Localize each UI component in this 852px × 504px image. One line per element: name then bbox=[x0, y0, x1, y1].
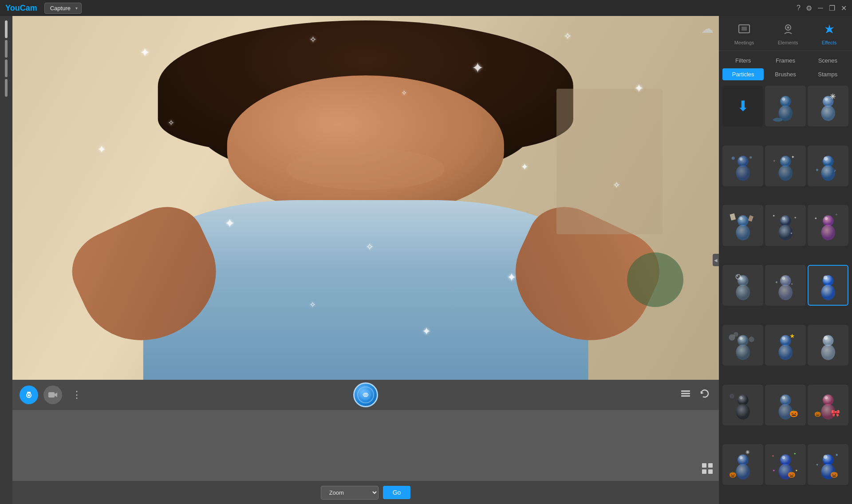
svg-point-31 bbox=[736, 165, 750, 181]
svg-point-113 bbox=[796, 470, 797, 472]
effect-item-20[interactable]: 🎃 bbox=[808, 444, 848, 485]
undo-button[interactable] bbox=[698, 388, 710, 402]
effect-item-18[interactable]: 🎃 bbox=[722, 444, 763, 485]
collapse-arrow-icon: ◀ bbox=[714, 258, 718, 263]
effect-item-9[interactable] bbox=[722, 265, 763, 306]
effect-item-2[interactable] bbox=[808, 86, 848, 126]
elements-label: Elements bbox=[778, 40, 798, 45]
svg-point-100 bbox=[738, 454, 749, 465]
tab-frames[interactable]: Frames bbox=[765, 55, 806, 67]
nav-item-elements[interactable]: Elements bbox=[773, 21, 803, 47]
effect-item-14[interactable] bbox=[808, 325, 848, 366]
capture-dropdown[interactable]: Capture ▾ bbox=[44, 3, 82, 14]
svg-point-53 bbox=[773, 215, 775, 217]
effect-item-5[interactable]: ♪ bbox=[808, 146, 848, 186]
tab-particles[interactable]: Particles bbox=[722, 68, 764, 80]
svg-point-68 bbox=[782, 277, 785, 280]
effect-item-10[interactable] bbox=[765, 265, 806, 306]
sidebar-handle-mid1[interactable] bbox=[5, 40, 8, 58]
tab-scenes[interactable]: Scenes bbox=[807, 55, 848, 67]
zoom-select[interactable]: Zoom 50% 75% 100% 125% 150% bbox=[321, 486, 379, 500]
layers-button[interactable] bbox=[680, 388, 691, 402]
svg-text:🎃: 🎃 bbox=[789, 409, 798, 417]
svg-text:✦: ✦ bbox=[791, 154, 795, 159]
svg-point-79 bbox=[749, 336, 754, 342]
svg-marker-4 bbox=[55, 393, 57, 397]
svg-point-118 bbox=[823, 455, 827, 459]
svg-text:♪: ♪ bbox=[834, 168, 836, 173]
svg-point-89 bbox=[739, 396, 742, 399]
svg-rect-47 bbox=[730, 213, 736, 220]
minimize-button[interactable]: ─ bbox=[817, 5, 824, 11]
svg-point-93 bbox=[782, 396, 785, 399]
more-options-button[interactable]: ⋮ bbox=[67, 386, 86, 404]
person-shape bbox=[118, 34, 613, 380]
grid-view-button[interactable] bbox=[701, 462, 714, 477]
svg-point-102 bbox=[739, 456, 742, 459]
toolbar-center bbox=[353, 382, 378, 407]
svg-point-45 bbox=[738, 216, 749, 227]
shutter-button[interactable] bbox=[353, 382, 378, 407]
panel-nav: Meetings Elements Effect bbox=[719, 16, 852, 51]
effect-item-download[interactable]: ⬇ bbox=[722, 86, 763, 126]
tab-brushes[interactable]: Brushes bbox=[765, 68, 806, 80]
effect-item-13[interactable]: ★ bbox=[765, 325, 806, 366]
svg-text:★: ★ bbox=[789, 332, 795, 339]
effect-item-1[interactable] bbox=[765, 86, 806, 126]
titlebar: YouCam Capture ▾ ? ⚙ ─ ❐ ✕ bbox=[0, 0, 852, 16]
svg-point-86 bbox=[824, 336, 828, 340]
nav-item-effects[interactable]: Effects bbox=[817, 21, 841, 47]
svg-text:🎀: 🎀 bbox=[831, 409, 840, 417]
svg-rect-14 bbox=[708, 469, 713, 474]
meetings-label: Meetings bbox=[734, 40, 754, 45]
svg-rect-48 bbox=[748, 215, 753, 222]
photo-capture-button[interactable] bbox=[20, 386, 38, 404]
svg-point-36 bbox=[778, 165, 793, 181]
svg-point-56 bbox=[823, 216, 834, 227]
svg-point-87 bbox=[738, 395, 749, 406]
panel-tabs-row1: Filters Frames Scenes bbox=[719, 51, 852, 67]
sidebar-handle-top[interactable] bbox=[5, 20, 8, 38]
effect-item-12[interactable] bbox=[722, 325, 763, 366]
effect-item-17[interactable]: 🎀 🎃 bbox=[808, 385, 848, 425]
help-icon[interactable]: ? bbox=[797, 4, 801, 12]
svg-point-35 bbox=[780, 156, 791, 167]
left-sidebar bbox=[0, 16, 12, 504]
go-button[interactable]: Go bbox=[383, 486, 411, 499]
svg-point-108 bbox=[780, 454, 791, 465]
bottom-strip bbox=[12, 410, 719, 481]
svg-point-50 bbox=[780, 216, 791, 227]
svg-rect-11 bbox=[702, 463, 706, 468]
svg-point-81 bbox=[778, 344, 793, 360]
video-record-button[interactable] bbox=[43, 386, 62, 404]
effect-item-3[interactable] bbox=[722, 146, 763, 186]
cloud-save-button[interactable]: ☁ bbox=[701, 21, 714, 36]
effect-item-15[interactable] bbox=[722, 385, 763, 425]
bottom-bar: Zoom 50% 75% 100% 125% 150% Go bbox=[12, 481, 719, 504]
settings-icon[interactable]: ⚙ bbox=[806, 4, 812, 12]
svg-point-33 bbox=[731, 157, 734, 160]
sidebar-handle-mid2[interactable] bbox=[5, 59, 8, 77]
panel-collapse-button[interactable]: ◀ bbox=[713, 254, 719, 266]
tab-filters[interactable]: Filters bbox=[722, 55, 764, 67]
sidebar-handle-bot[interactable] bbox=[5, 79, 8, 97]
svg-text:✧: ✧ bbox=[835, 213, 838, 216]
svg-text:✦: ✦ bbox=[814, 217, 817, 220]
svg-point-120 bbox=[816, 464, 818, 466]
effect-item-8[interactable]: ✦ ✧ bbox=[808, 205, 848, 246]
tab-stamps[interactable]: Stamps bbox=[807, 68, 848, 80]
nav-item-meetings[interactable]: Meetings bbox=[730, 21, 759, 47]
close-button[interactable]: ✕ bbox=[840, 5, 847, 11]
effect-item-16[interactable]: 🎃 bbox=[765, 385, 806, 425]
effect-item-11[interactable] bbox=[808, 265, 848, 306]
main-layout: ✦ ✧ ✦ ✧ ✦ ✧ ✦ ✧ ✦ ✧ ✦ ✧ ✦ ✧ ✦ ☁ bbox=[0, 16, 852, 504]
svg-point-72 bbox=[821, 284, 835, 300]
effect-item-7[interactable] bbox=[765, 205, 806, 246]
restore-button[interactable]: ❐ bbox=[829, 5, 835, 11]
effect-item-19[interactable]: 🎃 bbox=[765, 444, 806, 485]
svg-point-75 bbox=[736, 344, 750, 360]
titlebar-controls: ? ⚙ ─ ❐ ✕ bbox=[797, 4, 847, 12]
effect-item-4[interactable]: ✦ ✧ bbox=[765, 146, 806, 186]
effect-item-6[interactable] bbox=[722, 205, 763, 246]
effects-label: Effects bbox=[822, 40, 836, 45]
